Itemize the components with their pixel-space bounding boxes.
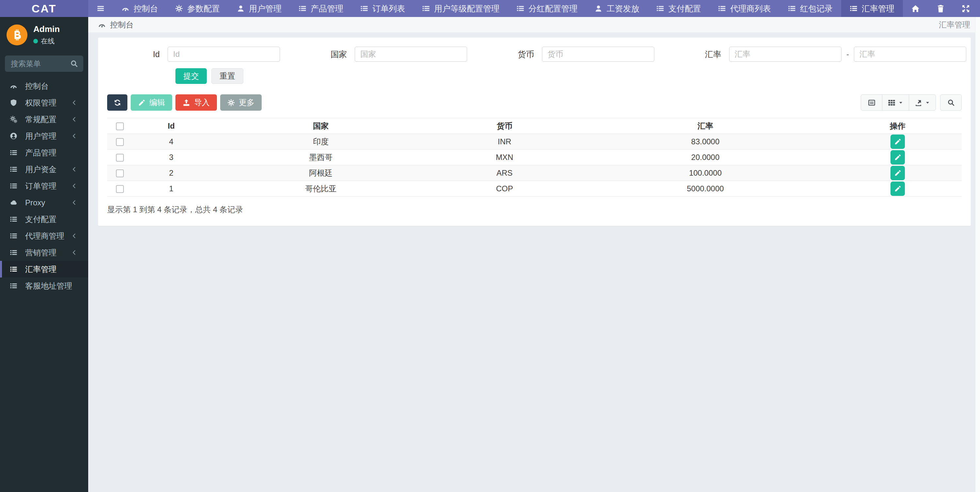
topnav-item-product-manage[interactable]: 产品管理: [290, 0, 352, 17]
bitcoin-icon: [11, 29, 23, 41]
sidebar-item-label: 营销管理: [25, 248, 57, 258]
edit-button-label: 编辑: [149, 97, 165, 108]
topnav-item-dividend-config[interactable]: 分红配置管理: [508, 0, 586, 17]
sidebar-item-service-address[interactable]: 客服地址管理: [0, 278, 88, 294]
topnav-item-order-list[interactable]: 订单列表: [352, 0, 414, 17]
table-header-row: Id国家货币汇率操作: [107, 118, 962, 134]
more-button[interactable]: 更多: [220, 94, 262, 111]
edit-button[interactable]: 编辑: [130, 94, 172, 111]
sidebar-item-label: 用户资金: [25, 164, 57, 175]
sidebar-item-product-manage[interactable]: 产品管理: [0, 144, 88, 161]
cell-currency: ARS: [432, 165, 577, 181]
breadcrumb-label: 控制台: [110, 20, 134, 30]
topnav-item-label: 分红配置管理: [528, 3, 578, 14]
dashboard-icon: [121, 5, 129, 13]
sidebar-item-agent-manage[interactable]: 代理商管理: [0, 227, 88, 244]
cell-country: 印度: [210, 134, 432, 149]
list-icon: [10, 282, 20, 290]
refresh-button[interactable]: [107, 94, 127, 111]
sidebar-item-payment-config[interactable]: 支付配置: [0, 211, 88, 227]
topnav-item-label: 汇率管理: [862, 3, 894, 14]
fullscreen-button[interactable]: [953, 0, 978, 17]
topnav-item-dashboard[interactable]: 控制台: [113, 0, 167, 17]
topnav-item-rate-manage[interactable]: 汇率管理: [841, 0, 903, 17]
filter-rate-range: 汇率 -: [669, 47, 966, 62]
range-separator: -: [846, 50, 849, 59]
row-checkbox[interactable]: [116, 154, 124, 162]
topnav-item-salary-pay[interactable]: 工资发放: [586, 0, 648, 17]
topnav-item-label: 订单列表: [372, 3, 405, 14]
reset-button[interactable]: 重置: [212, 68, 243, 84]
row-checkbox[interactable]: [116, 170, 124, 177]
rate-min-input[interactable]: [729, 47, 842, 62]
sidebar-item-label: 订单管理: [25, 181, 57, 191]
sidebar-item-label: 产品管理: [25, 148, 57, 158]
scrollbar-track[interactable]: [975, 17, 980, 492]
sidebar-item-order-manage[interactable]: 订单管理: [0, 178, 88, 194]
search-icon: [947, 99, 955, 106]
sidebar-item-rate-manage[interactable]: 汇率管理: [0, 261, 88, 278]
topnav-item-agent-list[interactable]: 代理商列表: [710, 0, 780, 17]
import-button[interactable]: 导入: [175, 94, 217, 111]
edit-row-button[interactable]: [891, 150, 905, 165]
rate-max-input[interactable]: [854, 47, 966, 62]
id-input[interactable]: [167, 47, 280, 62]
row-checkbox[interactable]: [116, 185, 124, 193]
topnav-item-user-level-config[interactable]: 用户等级配置管理: [414, 0, 508, 17]
topnav-item-param-config[interactable]: 参数配置: [167, 0, 228, 17]
sidebar-item-user-funds[interactable]: 用户资金: [0, 161, 88, 178]
gear-icon: [228, 99, 235, 106]
currency-input[interactable]: [542, 47, 654, 62]
chevron-left-icon: [71, 100, 81, 106]
search-icon[interactable]: [70, 60, 78, 68]
sidebar-item-dashboard[interactable]: 控制台: [0, 78, 88, 94]
table-toolbar: 编辑 导入 更多: [107, 94, 962, 111]
cell-id: 3: [133, 149, 209, 165]
sidebar-item-label: 客服地址管理: [25, 281, 72, 291]
search-toggle-button[interactable]: [940, 94, 962, 111]
import-button-label: 导入: [194, 97, 210, 108]
edit-row-button[interactable]: [891, 135, 905, 149]
caret-down-icon: [898, 100, 903, 105]
sidebar-item-marketing[interactable]: 营销管理: [0, 244, 88, 261]
country-input[interactable]: [355, 47, 467, 62]
rates-table: Id国家货币汇率操作 4印度INR83.00003墨西哥MXN20.00002阿…: [107, 118, 962, 197]
user-circle-icon: [10, 132, 20, 140]
top-navbar: CAT 控制台参数配置用户管理产品管理订单列表用户等级配置管理分红配置管理工资发…: [0, 0, 980, 17]
edit-row-button[interactable]: [891, 181, 905, 196]
pencil-icon: [138, 99, 145, 106]
sidebar-item-user-manage[interactable]: 用户管理: [0, 128, 88, 144]
list-icon: [422, 5, 430, 13]
chevron-left-icon: [71, 116, 81, 122]
topnav-item-user-manage[interactable]: 用户管理: [228, 0, 290, 17]
user-menu[interactable]: Admin: [978, 0, 980, 17]
topnav-item-payment-config[interactable]: 支付配置: [648, 0, 710, 17]
topnav-item-label: 工资发放: [607, 3, 639, 14]
column-header-country: 国家: [210, 118, 432, 134]
view-options-group: [861, 94, 936, 111]
sidebar-item-label: 用户管理: [25, 131, 57, 141]
shield-icon: [10, 99, 20, 106]
export-button[interactable]: [909, 94, 936, 111]
edit-row-button[interactable]: [891, 166, 905, 180]
cell-actions: [834, 134, 962, 149]
caret-down-icon: [925, 100, 930, 105]
clear-cache-button[interactable]: [928, 0, 953, 17]
brand-logo[interactable]: CAT: [0, 0, 88, 17]
user-status: 在线: [33, 37, 60, 46]
sidebar-item-general-config[interactable]: 常规配置: [0, 111, 88, 128]
detail-view-button[interactable]: [861, 94, 882, 111]
columns-button[interactable]: [882, 94, 909, 111]
user-icon: [595, 5, 602, 13]
row-checkbox[interactable]: [116, 138, 124, 146]
pencil-icon: [894, 138, 901, 145]
breadcrumb[interactable]: 控制台: [98, 20, 134, 30]
submit-button[interactable]: 提交: [175, 68, 207, 84]
sidebar-toggle-button[interactable]: [88, 0, 113, 17]
sidebar-search: [5, 56, 83, 72]
home-button[interactable]: [903, 0, 928, 17]
sidebar-item-proxy[interactable]: Proxy: [0, 194, 88, 211]
sidebar-item-permission[interactable]: 权限管理: [0, 94, 88, 111]
select-all-checkbox[interactable]: [116, 122, 124, 130]
topnav-item-redpacket-record[interactable]: 红包记录: [780, 0, 841, 17]
